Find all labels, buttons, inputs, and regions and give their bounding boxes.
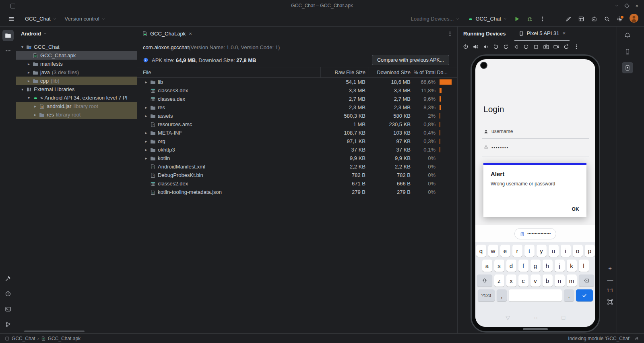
close-icon[interactable]: × xyxy=(562,30,566,36)
key-a[interactable]: a xyxy=(482,260,492,272)
tree-item-android-api-34-extension-level-7-pl[interactable]: ▾< Android API 34, extension level 7 Pl xyxy=(16,94,137,102)
device-selector[interactable]: Loading Devices... xyxy=(411,16,460,22)
ai-pen-icon[interactable] xyxy=(565,16,572,22)
volume-up-icon[interactable] xyxy=(473,44,479,50)
tree-item-external-libraries[interactable]: ▾External Libraries xyxy=(16,85,137,94)
project-folder-icon[interactable] xyxy=(2,30,14,41)
nav-home-icon[interactable]: ○ xyxy=(534,314,537,321)
breadcrumb-file[interactable]: GCC_Chat.apk xyxy=(48,336,80,341)
apk-row-meta-inf[interactable]: ▸META-INF108,7 KB103 KB0,4% xyxy=(137,129,457,137)
apk-row-assets[interactable]: ▸assets580,3 KB580 KB2% xyxy=(137,112,457,120)
key-t[interactable]: t xyxy=(524,245,535,257)
close-icon[interactable]: × xyxy=(189,31,192,37)
tree-item-java[interactable]: ▸java(3 dex files) xyxy=(16,68,137,77)
apk-row-kotlin[interactable]: ▸kotlin9,9 KB9,9 KB0% xyxy=(137,154,457,162)
key-space[interactable] xyxy=(509,289,562,301)
key-v[interactable]: v xyxy=(530,274,541,287)
back-icon[interactable] xyxy=(513,44,519,50)
column-download-size[interactable]: Download Size xyxy=(369,67,414,77)
rotate-right-icon[interactable] xyxy=(503,44,509,50)
key-x[interactable]: x xyxy=(506,274,516,287)
tree-item-res[interactable]: ▸reslibrary root xyxy=(16,110,137,119)
apk-row-debugprobeskt-bin[interactable]: ?DebugProbesKt.bin782 B782 B0% xyxy=(137,171,457,179)
project-widget[interactable]: GCC_Chat xyxy=(25,16,57,22)
tab-gcc-chat-apk[interactable]: GCC_Chat.apk × xyxy=(137,27,197,41)
key-e[interactable]: e xyxy=(500,245,510,257)
nav-back-icon[interactable]: ▽ xyxy=(506,314,510,321)
tree-item-manifests[interactable]: ▸manifests xyxy=(16,60,137,68)
key-period[interactable]: . xyxy=(564,289,574,301)
tree-item-cpp[interactable]: ▸cpp(lib) xyxy=(16,77,137,85)
key-backspace[interactable] xyxy=(579,274,594,287)
expand-chevron-icon[interactable]: ▸ xyxy=(143,131,149,135)
key-o[interactable]: o xyxy=(573,245,583,257)
running-devices-icon[interactable] xyxy=(622,62,633,73)
home-icon[interactable] xyxy=(523,44,529,50)
layout-icon[interactable] xyxy=(578,16,584,22)
key-g[interactable]: g xyxy=(530,260,541,272)
key-h[interactable]: h xyxy=(543,260,553,272)
project-view-selector[interactable]: Android xyxy=(16,27,137,40)
search-icon[interactable] xyxy=(604,16,610,22)
problems-icon[interactable] xyxy=(2,288,14,299)
expand-chevron-icon[interactable]: ▸ xyxy=(143,156,149,160)
zoom-reset-button[interactable]: 1:1 xyxy=(607,288,613,293)
tree-item-android-jar[interactable]: ▸android.jarlibrary root xyxy=(16,102,137,110)
tree-item-gcc-chat[interactable]: ▾GCC_Chat xyxy=(16,43,137,51)
more-options-icon[interactable] xyxy=(573,44,580,50)
key-y[interactable]: y xyxy=(537,245,547,257)
key-d[interactable]: d xyxy=(506,260,516,272)
vcs-widget[interactable]: Version control xyxy=(65,16,105,22)
key-c[interactable]: c xyxy=(518,274,528,287)
apk-row-classes-dex[interactable]: classes.dex2,7 MB2,7 MB9,6% xyxy=(137,95,457,103)
key-s[interactable]: s xyxy=(494,260,504,272)
zoom-out-button[interactable]: — xyxy=(607,276,613,283)
debug-button[interactable] xyxy=(526,16,533,22)
tab-options-icon[interactable] xyxy=(447,31,453,37)
screenshot-icon[interactable] xyxy=(543,44,549,50)
main-menu-icon[interactable] xyxy=(6,14,17,24)
key-enter[interactable] xyxy=(576,289,593,301)
version-control-icon[interactable] xyxy=(2,319,14,330)
key-f[interactable]: f xyxy=(518,260,528,272)
apk-row-lib[interactable]: ▸lib54,1 MB18,6 MB66,6% xyxy=(137,78,457,86)
expand-chevron-icon[interactable]: ▸ xyxy=(32,112,38,117)
apk-row-okhttp3[interactable]: ▸okhttp337 KB37 KB0,1% xyxy=(137,146,457,154)
fit-screen-icon[interactable] xyxy=(607,299,613,305)
key-q[interactable]: q xyxy=(476,245,486,257)
apk-row-classes2-dex[interactable]: classes2.dex671 B666 B0% xyxy=(137,179,457,188)
run-configuration[interactable]: GCC_Chat xyxy=(468,16,507,22)
key-shift[interactable] xyxy=(477,274,492,287)
key-z[interactable]: z xyxy=(494,274,504,287)
apk-row-res[interactable]: ▸res2,3 MB2,3 MB8,3% xyxy=(137,103,457,112)
password-field[interactable]: •••••••• xyxy=(483,145,509,150)
expand-chevron-icon[interactable]: ▸ xyxy=(32,104,38,108)
column-file[interactable]: File xyxy=(137,70,320,75)
expand-chevron-icon[interactable]: ▸ xyxy=(143,114,149,118)
apk-row-kotlin-tooling-metadata-json[interactable]: {}kotlin-tooling-metadata.json279 B279 B… xyxy=(137,188,457,196)
build-icon[interactable] xyxy=(2,273,14,284)
key-n[interactable]: n xyxy=(555,274,565,287)
power-icon[interactable] xyxy=(462,44,469,50)
close-window-button[interactable]: × xyxy=(635,3,638,9)
robot-icon[interactable] xyxy=(591,16,597,22)
apk-row-org[interactable]: ▸org97,1 KB97 KB0,3% xyxy=(137,137,457,146)
run-button[interactable] xyxy=(514,16,520,22)
maximize-button[interactable] xyxy=(625,4,629,8)
minimize-button[interactable] xyxy=(615,4,619,8)
emulator-screen[interactable]: Login username •••••••• Alert Wrong user… xyxy=(475,59,595,327)
breadcrumb-root[interactable]: GCC_Chat xyxy=(12,336,35,341)
key-k[interactable]: k xyxy=(567,260,577,272)
compare-apk-button[interactable]: Compare with previous APK... xyxy=(372,55,449,65)
key-i[interactable]: i xyxy=(561,245,571,257)
key-w[interactable]: w xyxy=(488,245,498,257)
alert-ok-button[interactable]: OK xyxy=(572,206,579,212)
key-b[interactable]: b xyxy=(543,274,553,287)
key-symbols[interactable]: ?123 xyxy=(478,289,495,301)
more-actions-icon[interactable] xyxy=(539,16,546,22)
key-j[interactable]: j xyxy=(555,260,565,272)
terminal-icon[interactable] xyxy=(2,304,14,315)
expand-chevron-icon[interactable]: ▾ xyxy=(19,45,25,49)
expand-chevron-icon[interactable]: ▸ xyxy=(143,105,149,110)
expand-chevron-icon[interactable]: ▸ xyxy=(143,80,149,84)
